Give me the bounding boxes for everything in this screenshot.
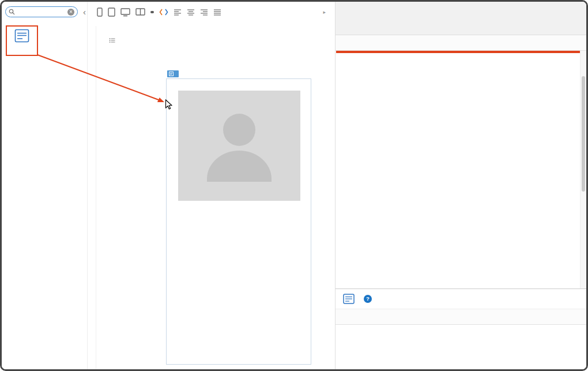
properties-form <box>336 328 586 369</box>
widget-search-input[interactable]: × <box>5 6 78 17</box>
canvas-area: ▸ <box>87 2 336 369</box>
toolbox-item-card-sectioned[interactable] <box>6 25 38 56</box>
align-left-list-icon[interactable] <box>174 9 182 16</box>
card-sectioned-widget[interactable] <box>166 78 311 365</box>
avatar-silhouette-head <box>223 114 255 146</box>
properties-tabs <box>336 309 586 325</box>
code-compare-icon[interactable] <box>159 8 168 16</box>
properties-header: ? <box>336 289 586 309</box>
right-panel: ? <box>336 2 586 369</box>
side-by-side-preview-icon[interactable] <box>135 8 145 17</box>
align-right-list-icon[interactable] <box>200 9 208 16</box>
image-placeholder[interactable] <box>178 91 300 201</box>
desktop-preview-icon[interactable] <box>120 8 130 17</box>
clear-search-icon[interactable]: × <box>67 9 74 16</box>
help-icon[interactable]: ? <box>364 295 372 303</box>
breadcrumb-separator-icon: ▸ <box>323 9 326 15</box>
phone-preview-icon[interactable] <box>97 8 103 17</box>
service-studio-window: × ‹ ▸ <box>0 0 588 371</box>
align-center-list-icon[interactable] <box>187 9 195 16</box>
badge-card-icon <box>169 72 174 76</box>
selected-widget-icon <box>343 294 355 304</box>
section-index-ghost-icon <box>109 35 115 46</box>
canvas-margin-guide <box>96 26 96 369</box>
widget-tree <box>336 51 586 288</box>
css-button[interactable] <box>150 11 154 13</box>
tree-scrollbar-thumb[interactable] <box>582 76 585 192</box>
collapse-toolbox-icon[interactable]: ‹ <box>83 6 86 17</box>
avatar-silhouette-torso <box>207 151 272 182</box>
search-icon <box>9 9 15 15</box>
card-sectioned-icon <box>14 29 29 43</box>
breadcrumb: ▸ <box>321 9 328 15</box>
selected-widget-badge <box>167 70 179 77</box>
sub-tabs <box>336 35 586 51</box>
toolbox-panel: × ‹ <box>2 2 87 369</box>
align-justify-list-icon[interactable] <box>213 9 221 16</box>
tree-scrollbar[interactable] <box>580 51 586 288</box>
canvas-toolbar: ▸ <box>88 2 335 23</box>
top-tabs <box>336 2 586 35</box>
tablet-preview-icon[interactable] <box>108 8 115 17</box>
